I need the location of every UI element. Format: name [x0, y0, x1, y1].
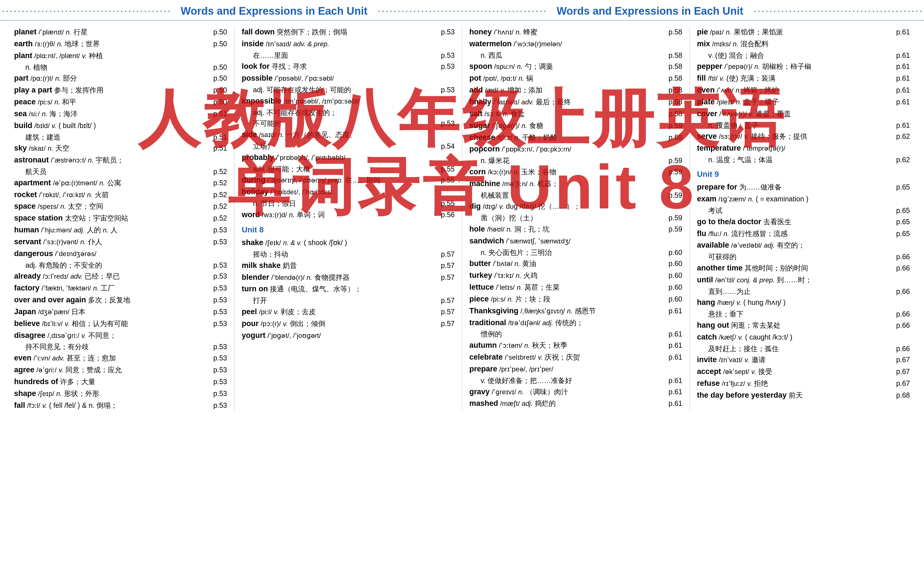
entry-content: gravy /ˈɡreɪvɪ/ n. （调味）肉汁 — [470, 386, 568, 398]
page-num: p.65 — [890, 228, 910, 239]
phonetic: /həʊl/ — [487, 225, 504, 233]
entry-22: factory /ˈfæktri, ˈfæktəri/ n. 工厂p.53 — [14, 282, 227, 294]
word: astronaut — [14, 156, 49, 164]
entry-21: turkey /ˈtɜːkɪ/ n. 火鸡p.60 — [470, 270, 682, 281]
entry-3: look for 寻找；寻求p.53 — [242, 61, 454, 72]
entry-content: already /ɔːlˈredɪ/ adv. 已经；早已 — [14, 270, 120, 282]
word: honey — [470, 28, 492, 36]
page-num: p.61 — [663, 329, 682, 340]
pos: v. — [744, 132, 749, 140]
indent-text: 建筑；建造 — [25, 132, 60, 143]
entry-8: n. 覆盖物；盖子p.61 — [697, 120, 910, 131]
meaning: ( = examination ) — [756, 195, 808, 203]
meaning: 闲逛；常去某处 — [731, 321, 780, 329]
page-num: p.53 — [207, 376, 227, 387]
entry-content: space /speɪs/ n. 太空；空间 — [14, 201, 103, 213]
word: prepare for — [697, 183, 737, 191]
entry-18: shake /ʃeɪk/ n. & v. ( shook /ʃʊk/ ) — [242, 237, 454, 249]
entry-content: plate /pleɪt/ n. 盘子；碟子 — [697, 96, 779, 108]
entry-content: milk shake 奶昔 — [242, 260, 297, 272]
page-num: p.65 — [890, 216, 910, 227]
entry-content: apartment /əˈpɑː(r)tmənt/ n. 公寓 — [14, 177, 121, 189]
phonetic: /ˈhʌnɪ/ — [494, 28, 513, 36]
pos: v. — [749, 110, 754, 118]
entry-content: sugar /ˈʃʊɡə(r)/ n. 食糖 — [470, 120, 544, 132]
meaning: 捣烂的 — [535, 399, 556, 407]
phonetic: /ˈhjuːmən/ — [41, 226, 72, 234]
pos: n. — [507, 225, 512, 233]
indent-text: n. 覆盖物；盖子 — [708, 120, 759, 131]
col-divider-3 — [689, 26, 690, 411]
phonetic: /bɪˈliːv/ — [42, 320, 63, 327]
entry-content: play a part 参与；发挥作用 — [14, 84, 103, 96]
entry-11: probably /ˈprɒbəblɪ/, /ˈprɑːbəblɪ/ — [242, 152, 454, 164]
entry-1: mix /mɪks/ n. 混合配料 — [697, 38, 910, 50]
entry-12: Unit 9 — [697, 168, 910, 180]
pos: n. — [736, 98, 741, 106]
phonetic: /ˈbʌtə/ — [493, 260, 512, 267]
entry-12: corn /kɔː(r)n/ n. 玉米；谷物p.59 — [470, 166, 682, 178]
word: mix — [697, 39, 710, 48]
entry-content: look for 寻找；寻求 — [242, 61, 307, 72]
entry-content: dig /dɪɡ/ v. dug /dʌɡ/ 挖（……）； — [470, 201, 581, 213]
entry-29: accept /əkˈsept/ v. 接受p.67 — [697, 366, 910, 378]
meaning: 仆人 — [88, 238, 102, 245]
meaning: 遮盖；覆盖 — [756, 110, 791, 118]
entry-content: peace /piːs/ n. 和平 — [14, 96, 76, 108]
entry-content: available /əˈveɪləbl/ adj. 有空的； — [697, 239, 805, 251]
entry-31: the day before yesterday 前天p.68 — [697, 389, 910, 401]
meaning: 烤箱；烤炉 — [743, 86, 779, 94]
meaning: 感恩节 — [575, 307, 596, 315]
pos: v. — [744, 356, 749, 363]
word: space — [14, 202, 36, 210]
entry-13: during /ˈdjʊərɪŋ/, /ˈdʊərɪŋ/ prep. 在……期间… — [242, 174, 454, 186]
meaning: 宇航员； — [96, 156, 124, 164]
pos: n. — [516, 28, 521, 36]
entry-content: shape /ʃeɪp/ n. 形状；外形 — [14, 388, 99, 400]
meaning: 混合配料 — [740, 40, 769, 47]
page-num: p.53 — [435, 118, 455, 129]
pos: n. — [93, 284, 99, 292]
entry-18: servant /ˈsɜː(r)vənt/ n. 仆人p.53 — [14, 236, 227, 248]
entry-content: celebrate /ˈselɪbreɪt/ v. 庆祝；庆贺 — [470, 352, 580, 363]
word: fill — [697, 74, 706, 82]
column-middle: fall down 突然倒下；跌倒；倒塌p.53inside /ɪnˈsaɪd/… — [236, 26, 460, 411]
word: apartment — [14, 178, 51, 187]
word: even — [14, 354, 32, 362]
word: build — [14, 121, 32, 130]
page-num: p.50 — [207, 85, 227, 96]
pos: n. — [56, 390, 62, 397]
entry-20: adj. 有危险的；不安全的p.53 — [14, 260, 227, 271]
meaning: ( built /bɪlt/ ) — [58, 121, 96, 129]
entry-content: during /ˈdjʊərɪŋ/, /ˈdʊərɪŋ/ prep. 在……期间 — [242, 174, 380, 186]
meaning: 黄油 — [522, 260, 536, 267]
pos: n. — [754, 62, 760, 70]
phonetic: /ˈfæktri, ˈfæktəri/ — [41, 284, 91, 292]
entry-content: earth /ɜː(r)θ/ n. 地球；世界 — [14, 38, 100, 50]
phonetic: /saɪd/ — [259, 131, 276, 139]
pos: n. — [87, 191, 93, 198]
entry-content: turn on 接通（电流、煤气、水等）； — [242, 283, 361, 295]
word: hang — [697, 298, 715, 307]
indent-text: 打开 — [253, 295, 267, 306]
indent-text: v. 使做好准备；把……准备好 — [481, 375, 572, 386]
meaning: 参与；发挥作用 — [54, 86, 103, 94]
word: hole — [470, 225, 485, 233]
phonetic: /ˈtemprətʃə(r)/ — [743, 144, 785, 152]
entry-11: n. 温度；气温；体温p.62 — [697, 154, 910, 165]
entry-14: 机械装置p.59 — [470, 190, 682, 201]
entry-content: add /æd/ v. 增加；添加 — [470, 84, 543, 96]
word: serve — [697, 132, 717, 141]
entry-3: n. 植物p.50 — [14, 62, 227, 73]
pos: n. — [57, 40, 63, 47]
entry-27: 持不同意见；有分歧p.53 — [14, 341, 227, 352]
pos: v. — [738, 334, 743, 341]
word: peace — [14, 98, 36, 106]
word: impossible — [242, 97, 281, 105]
pos: v. — [42, 402, 47, 409]
entry-21: until /ənˈtɪl/ conj. & prep. 到……时； — [697, 274, 910, 286]
word: exam — [697, 195, 717, 203]
pos: conj. & prep. — [737, 276, 775, 284]
page-num: p.66 — [890, 286, 910, 297]
page-num: p.61 — [890, 73, 910, 84]
